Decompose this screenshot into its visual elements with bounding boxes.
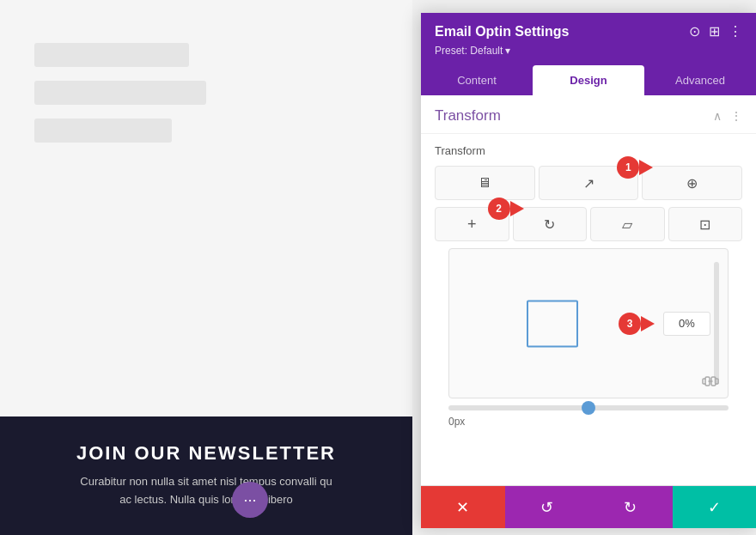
undo-button[interactable]: ↺ (505, 486, 589, 528)
panel-title: Email Optin Settings (435, 24, 569, 40)
background-page: JOIN OUR NEWSLETTER Curabitur non nulla … (0, 0, 412, 535)
bg-bar-1 (34, 43, 189, 67)
toolbar-scale-btn[interactable]: ⊡ (668, 207, 743, 241)
vertical-slider[interactable] (714, 262, 719, 385)
callout-3: 3 (619, 313, 655, 335)
pin-icon: ⊕ (686, 175, 698, 192)
svg-rect-1 (711, 377, 716, 386)
panel-title-row: Email Optin Settings ⊙ ⊞ ⋮ (435, 23, 742, 40)
slider-thumb[interactable] (582, 401, 595, 415)
transform-section-header: Transform ∧ ⋮ (421, 95, 756, 134)
undo-icon: ↺ (540, 498, 553, 517)
rotate-icon: ↻ (544, 216, 555, 233)
transform-label: Transform (435, 144, 742, 157)
transform-value: 0% (679, 317, 695, 330)
section-title: Transform (435, 107, 501, 125)
tab-design-label: Design (570, 74, 607, 87)
canvas-box (527, 300, 578, 347)
link-icon[interactable] (702, 375, 719, 391)
tab-content[interactable]: Content (421, 65, 533, 95)
float-menu-button[interactable]: ··· (232, 482, 268, 518)
section-more-icon[interactable]: ⋮ (730, 109, 742, 123)
toolbar-translate-btn[interactable]: 2 + (435, 207, 509, 241)
settings-panel: Email Optin Settings ⊙ ⊞ ⋮ Preset: Defau… (421, 13, 756, 528)
bg-bar-3 (34, 119, 172, 143)
panel-body: Transform ∧ ⋮ Transform 🖥 1 (421, 95, 756, 485)
cancel-button[interactable]: ✕ (421, 486, 505, 528)
redo-button[interactable]: ↻ (588, 486, 673, 528)
desktop-icon: 🖥 (478, 175, 491, 191)
toolbar-row-1: 🖥 1 ↗ ⊕ (435, 166, 742, 200)
newsletter-section: JOIN OUR NEWSLETTER Curabitur non nulla … (0, 416, 412, 535)
transform-value-input[interactable]: 0% (663, 312, 710, 336)
panel-title-icons: ⊙ ⊞ ⋮ (689, 23, 742, 40)
panel-tabs: Content Design Advanced (421, 65, 756, 95)
horizontal-slider-container: 0px (448, 405, 729, 428)
scale-icon: ⊡ (699, 216, 710, 233)
more-icon[interactable]: ⋮ (729, 23, 742, 40)
toolbar-skew-btn[interactable]: ▱ (590, 207, 665, 241)
tab-design[interactable]: Design (533, 65, 644, 95)
toolbar-desktop-btn[interactable]: 🖥 (435, 166, 535, 200)
cursor-icon: ↗ (583, 175, 594, 192)
callout-2-tip (510, 201, 524, 216)
panel-header: Email Optin Settings ⊙ ⊞ ⋮ Preset: Defau… (421, 13, 756, 65)
tab-advanced-label: Advanced (675, 74, 725, 87)
grid-icon[interactable]: ⊞ (709, 23, 720, 40)
bg-content (0, 0, 412, 182)
svg-rect-0 (705, 377, 710, 386)
newsletter-body: Curabitur non nulla sit amet nisl tempus… (34, 473, 378, 509)
cancel-icon: ✕ (456, 498, 469, 517)
slider-value: 0px (448, 416, 729, 428)
toolbar-row-2: 2 + ↻ ▱ ⊡ (435, 207, 742, 241)
toolbar-cursor-btn[interactable]: 1 ↗ (539, 166, 639, 200)
preset-selector[interactable]: Preset: Default ▾ (435, 45, 742, 57)
newsletter-heading: JOIN OUR NEWSLETTER (34, 442, 378, 465)
transform-controls: Transform 🖥 1 ↗ ⊕ (421, 134, 756, 445)
callout-1-tip (639, 160, 653, 175)
preset-arrow: ▾ (505, 45, 510, 57)
confirm-button[interactable]: ✓ (673, 486, 757, 528)
callout-1: 1 (617, 156, 653, 179)
tab-advanced[interactable]: Advanced (644, 65, 756, 95)
slider-track[interactable] (448, 405, 729, 410)
callout-3-circle: 3 (619, 313, 641, 335)
float-menu-icon: ··· (243, 491, 256, 509)
callout-2: 2 (488, 198, 524, 220)
tab-content-label: Content (457, 74, 497, 87)
redo-icon: ↻ (624, 498, 637, 517)
translate-icon: + (467, 216, 477, 234)
callout-1-circle: 1 (617, 156, 639, 179)
collapse-icon[interactable]: ∧ (713, 109, 722, 123)
bg-bar-2 (34, 81, 206, 105)
canvas-input-area: 3 0% (619, 312, 710, 336)
transform-canvas: 3 0% (448, 248, 729, 398)
callout-2-circle: 2 (488, 198, 510, 220)
toolbar-pin-btn[interactable]: ⊕ (642, 166, 742, 200)
preset-label: Preset: Default (435, 45, 503, 57)
callout-3-tip (641, 316, 655, 331)
camera-icon[interactable]: ⊙ (689, 23, 700, 40)
confirm-icon: ✓ (708, 498, 721, 517)
skew-icon: ▱ (622, 216, 632, 233)
panel-footer: ✕ ↺ ↻ ✓ (421, 485, 756, 528)
section-icons: ∧ ⋮ (713, 109, 742, 123)
